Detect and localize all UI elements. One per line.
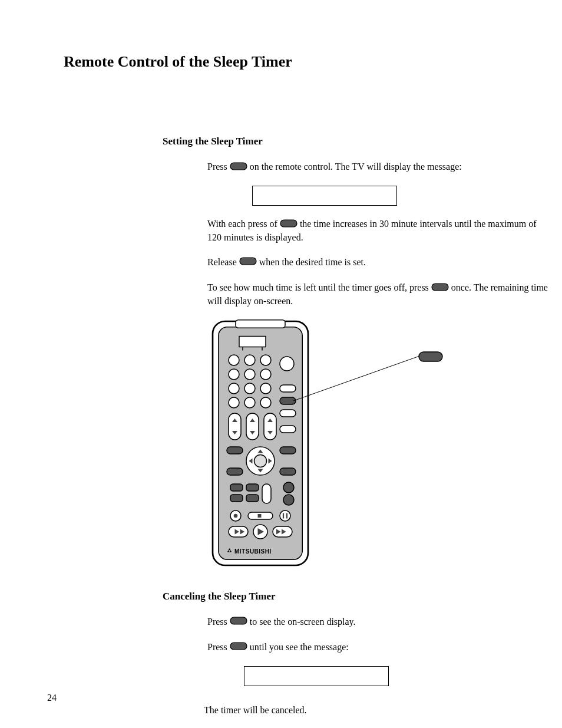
setting-body: Press on the remote control. The TV will… [207, 160, 549, 308]
sleep-button-icon [280, 218, 297, 231]
svg-rect-27 [280, 447, 296, 454]
cancel-body: Press to see the on-screen display. Pres… [207, 615, 549, 717]
page-title: Remote Control of the Sleep Timer [64, 53, 509, 71]
remote-brand: MITSUBISHI [226, 548, 272, 555]
svg-point-31 [254, 454, 267, 467]
sleep-button-icon [230, 615, 247, 628]
svg-rect-29 [280, 468, 296, 475]
setting-p3b: when the desired time is set. [259, 257, 366, 267]
svg-point-40 [234, 513, 238, 518]
svg-rect-35 [230, 495, 243, 502]
setting-p1b: on the remote control. The TV will displ… [250, 162, 462, 172]
cancel-p1a: Press [207, 617, 227, 627]
cancel-p1b: to see the on-screen display. [250, 617, 356, 627]
cancel-p2: Press until you see the message: [207, 641, 549, 654]
setting-p2: With each press of the time increases in… [207, 218, 549, 244]
svg-rect-26 [227, 447, 243, 454]
page-number: 24 [47, 693, 57, 703]
cancel-p3: The timer will be canceled. [204, 704, 549, 717]
svg-rect-28 [227, 468, 243, 475]
cancel-p2b: until you see the message: [250, 642, 349, 652]
svg-rect-34 [262, 484, 271, 503]
tv-message-box-1 [252, 186, 397, 206]
sleep-button-icon [230, 641, 247, 654]
setting-p1a: Press [207, 162, 227, 172]
sleep-button-icon [431, 282, 449, 295]
svg-rect-33 [246, 484, 259, 491]
manual-page: Remote Control of the Sleep Timer Settin… [0, 0, 562, 728]
tv-message-box-2 [244, 666, 389, 686]
setting-p4: To see how much time is left until the t… [207, 281, 549, 308]
svg-rect-36 [246, 495, 259, 502]
mitsubishi-logo-icon [226, 548, 233, 555]
setting-p4a: To see how much time is left until the t… [207, 282, 429, 292]
setting-heading: Setting the Sleep Timer [163, 136, 509, 147]
cancel-heading: Canceling the Sleep Timer [163, 591, 509, 602]
svg-point-38 [283, 495, 294, 505]
setting-p3a: Release [207, 257, 237, 267]
cancel-p1: Press to see the on-screen display. [207, 615, 549, 629]
callout-line [207, 319, 443, 437]
svg-point-43 [280, 510, 290, 521]
sleep-button-callout-icon [418, 351, 443, 364]
setting-p3: Release when the desired time is set. [207, 256, 549, 269]
cancel-p2a: Press [207, 642, 227, 652]
setting-p2a: With each press of [207, 219, 277, 229]
setting-p1: Press on the remote control. The TV will… [207, 160, 549, 174]
svg-rect-42 [258, 514, 262, 518]
svg-line-49 [293, 356, 419, 401]
svg-rect-32 [230, 484, 243, 491]
sleep-button-icon [230, 161, 247, 174]
svg-point-37 [283, 482, 294, 493]
sleep-button-icon [239, 256, 257, 269]
remote-illustration: MITSUBISHI [207, 319, 509, 573]
